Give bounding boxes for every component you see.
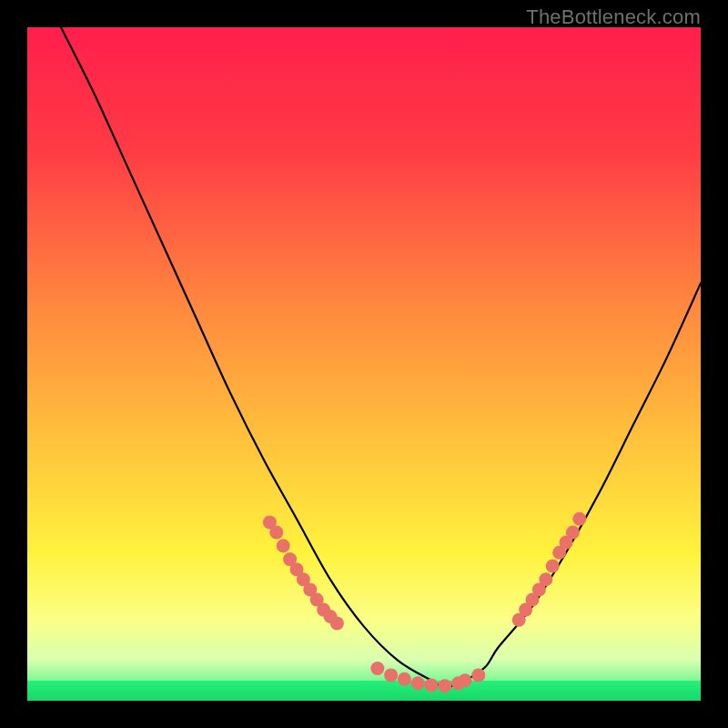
data-dot [438, 679, 451, 693]
chart-stage: TheBottleneck.com [0, 0, 728, 728]
data-dot [370, 662, 384, 675]
data-dot [539, 572, 552, 586]
data-dot [330, 616, 344, 630]
bottleneck-curve [27, 27, 701, 701]
plot-area [27, 27, 701, 701]
data-dot [411, 676, 425, 690]
data-dot [572, 512, 586, 526]
data-dot [566, 526, 580, 540]
data-dot [269, 526, 283, 540]
watermark-text: TheBottleneck.com [526, 5, 701, 29]
data-dot [471, 668, 485, 682]
data-dot [277, 539, 290, 552]
data-dot [384, 668, 398, 682]
data-dot [459, 673, 472, 687]
data-dot [546, 560, 560, 573]
data-dot [425, 678, 439, 692]
data-dot [398, 672, 411, 686]
